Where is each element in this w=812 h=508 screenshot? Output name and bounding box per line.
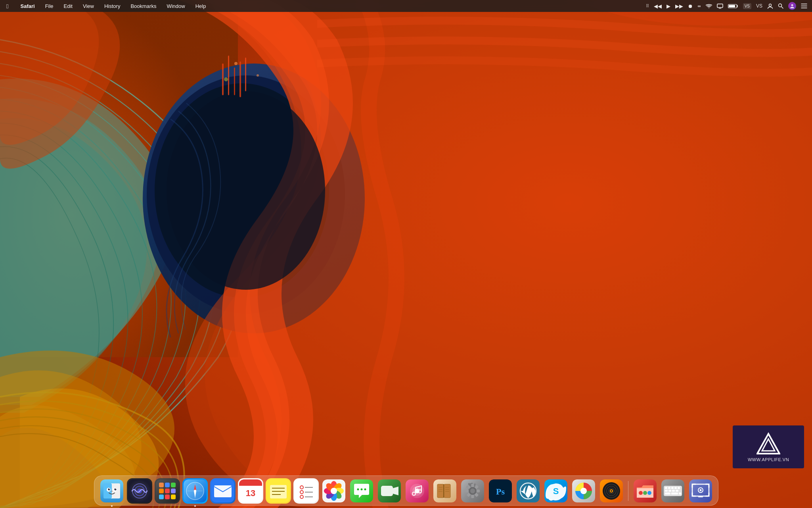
- svg-rect-138: [671, 487, 674, 489]
- svg-point-80: [331, 488, 337, 494]
- window-menu[interactable]: Window: [165, 2, 186, 10]
- svg-rect-35: [159, 483, 164, 487]
- dock-separator: [628, 481, 628, 501]
- svg-point-12: [257, 74, 259, 77]
- svg-point-114: [470, 489, 475, 493]
- dock-folder-colorizer[interactable]: [632, 478, 658, 504]
- svg-rect-14: [717, 4, 723, 8]
- dock-music[interactable]: [404, 478, 430, 504]
- svg-text:NOV: NOV: [247, 486, 254, 490]
- dock-books[interactable]: [432, 478, 458, 504]
- svg-point-84: [364, 489, 366, 491]
- svg-rect-142: [668, 490, 671, 492]
- svg-rect-37: [171, 483, 176, 487]
- svg-rect-111: [465, 490, 469, 493]
- dock-screenshot-suite[interactable]: [688, 478, 713, 504]
- svg-text:S: S: [553, 486, 559, 496]
- svg-point-151: [699, 489, 701, 491]
- menubar-right: ⠿ ◀◀ ▶ ▶▶ ⏺ ∞ VS VS: [646, 2, 807, 10]
- dock-photos[interactable]: [321, 478, 347, 504]
- datetime-display[interactable]: VS: [756, 3, 762, 9]
- dock-vinyls[interactable]: [599, 478, 624, 504]
- search-icon[interactable]: [778, 3, 783, 9]
- view-menu[interactable]: View: [81, 2, 96, 10]
- dock-skype[interactable]: S: [543, 478, 569, 504]
- svg-rect-136: [665, 487, 667, 489]
- dock-calendar[interactable]: 13 NOV: [238, 478, 263, 504]
- svg-rect-36: [165, 483, 170, 487]
- svg-point-19: [791, 4, 793, 6]
- svg-rect-93: [437, 484, 444, 498]
- help-menu[interactable]: Help: [194, 2, 208, 10]
- svg-point-28: [109, 489, 110, 489]
- svg-rect-39: [165, 489, 170, 493]
- wifi-icon[interactable]: [706, 4, 712, 8]
- svg-point-131: [639, 491, 643, 495]
- svg-rect-64: [295, 479, 318, 502]
- dock-notes[interactable]: [266, 478, 291, 504]
- svg-rect-8: [234, 67, 235, 95]
- svg-rect-10: [245, 58, 246, 91]
- dock-mail[interactable]: [210, 478, 236, 504]
- rewind-control-icon[interactable]: ◀◀: [654, 3, 662, 9]
- fastforward-control-icon[interactable]: ▶▶: [675, 3, 683, 9]
- svg-point-132: [643, 491, 647, 495]
- svg-rect-141: [665, 490, 668, 492]
- dock-system-preferences[interactable]: [460, 478, 485, 504]
- svg-rect-139: [674, 487, 677, 489]
- svg-rect-147: [679, 493, 681, 495]
- svg-point-51: [194, 490, 196, 492]
- svg-rect-140: [678, 487, 680, 489]
- finder-dot: [111, 505, 113, 507]
- svg-point-83: [360, 489, 362, 491]
- safari-menu[interactable]: Safari: [19, 2, 36, 10]
- dock-displaycal[interactable]: [571, 478, 596, 504]
- svg-rect-107: [476, 490, 480, 493]
- menubar:  Safari File Edit View History Bookmark…: [0, 0, 812, 12]
- vs-menu-icon[interactable]: VS: [743, 3, 751, 9]
- dock-reminders[interactable]: [293, 478, 319, 504]
- edit-menu[interactable]: Edit: [62, 2, 74, 10]
- applife-watermark: WWW.APPLIFE.VN: [733, 425, 804, 468]
- battery-icon[interactable]: [728, 4, 738, 9]
- dock-messages[interactable]: [349, 478, 374, 504]
- svg-rect-145: [665, 493, 670, 495]
- dock-keyboard[interactable]: [660, 478, 686, 504]
- safari-dot: [194, 505, 196, 507]
- lastpass-icon[interactable]: ∞: [698, 4, 701, 8]
- svg-point-5: [167, 91, 325, 290]
- dock-launchpad[interactable]: [155, 478, 180, 504]
- file-menu[interactable]: File: [44, 2, 55, 10]
- dock-photoshop[interactable]: Ps: [488, 478, 513, 504]
- user-icon[interactable]: [767, 3, 773, 9]
- menu-extras-icon[interactable]: ⠿: [646, 4, 649, 9]
- play-control-icon[interactable]: ▶: [666, 3, 670, 9]
- svg-rect-86: [381, 486, 393, 496]
- dock-wordpress[interactable]: [515, 478, 541, 504]
- svg-point-82: [357, 489, 359, 491]
- svg-rect-56: [239, 483, 262, 486]
- dock-facetime[interactable]: [377, 478, 402, 504]
- bookmarks-menu[interactable]: Bookmarks: [129, 2, 158, 10]
- svg-point-122: [580, 488, 587, 494]
- dock-siri[interactable]: [127, 478, 152, 504]
- svg-point-133: [647, 491, 651, 495]
- dock-safari[interactable]: [182, 478, 208, 504]
- apple-menu[interactable]: : [5, 2, 10, 10]
- svg-rect-9: [239, 62, 241, 97]
- display-icon[interactable]: [717, 4, 723, 9]
- dock: 13 NOV: [94, 475, 718, 506]
- svg-rect-109: [471, 495, 474, 498]
- record-control-icon[interactable]: ⏺: [688, 3, 693, 9]
- dock-finder[interactable]: [99, 478, 124, 504]
- svg-rect-143: [672, 490, 675, 492]
- svg-rect-137: [668, 487, 670, 489]
- svg-point-13: [224, 77, 228, 81]
- hamburger-menu-icon[interactable]: [801, 4, 807, 8]
- history-menu[interactable]: History: [103, 2, 122, 10]
- user-profile-circle[interactable]: [788, 2, 796, 10]
- menubar-left:  Safari File Edit View History Bookmark…: [5, 2, 646, 10]
- svg-rect-95: [444, 484, 450, 498]
- applife-url: WWW.APPLIFE.VN: [741, 457, 796, 462]
- svg-rect-144: [676, 490, 678, 492]
